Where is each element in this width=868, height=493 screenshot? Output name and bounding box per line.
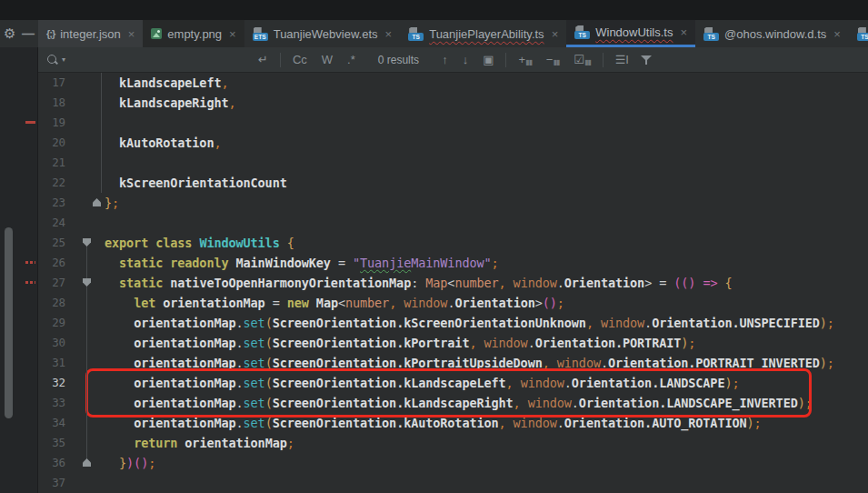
line-number[interactable]: 32 — [38, 373, 65, 393]
code-editor[interactable]: 17 kLandscapeLeft,18 kLandscapeRight,192… — [38, 73, 868, 493]
line-number[interactable]: 22 — [38, 173, 65, 193]
line-number[interactable]: 19 — [38, 113, 65, 133]
line-number[interactable]: 31 — [38, 353, 65, 373]
regex-button[interactable]: .* — [344, 52, 358, 67]
hide-tabs-icon[interactable]: — — [22, 26, 35, 41]
tab-bar-controls: ⚙ — — [0, 20, 38, 47]
code-line-21: 21 — [38, 153, 868, 173]
tab-TuanjieMainWorker.ts[interactable]: TSTuanjieMainWorker.ts — [849, 20, 868, 47]
line-number[interactable]: 35 — [38, 433, 65, 453]
line-number[interactable]: 24 — [38, 213, 65, 233]
close-icon[interactable]: × — [552, 27, 559, 41]
match-case-button[interactable]: Cc — [290, 52, 310, 67]
code-line-36: 36 })(); — [38, 453, 868, 473]
line-number[interactable]: 33 — [38, 393, 65, 413]
left-scrollbar-thumb[interactable] — [5, 227, 13, 418]
code-line-30: 30 orientationMap.set(ScreenOrientation.… — [38, 333, 868, 353]
tab-TuanjiePlayerAbility.ts[interactable]: TSTuanjiePlayerAbility.ts× — [400, 20, 566, 47]
ide-window: ⚙ — {;}integer.json×empty.png×ETSTuanjie… — [0, 0, 868, 493]
indent-guide — [86, 245, 87, 461]
code-text[interactable]: })(); — [105, 456, 155, 470]
tab-label: integer.json — [60, 27, 121, 41]
line-number[interactable]: 34 — [38, 413, 65, 433]
close-icon[interactable]: × — [229, 27, 236, 41]
code-text[interactable]: orientationMap.set(ScreenOrientation.kPo… — [105, 336, 695, 350]
line-number[interactable]: 30 — [38, 333, 65, 353]
line-number[interactable]: 27 — [38, 273, 65, 293]
close-icon[interactable]: × — [680, 25, 687, 39]
add-occurrence-icon[interactable]: +▮▮ — [515, 52, 534, 67]
code-line-34: 34 orientationMap.set(ScreenOrientation.… — [38, 413, 868, 433]
code-text[interactable]: static nativeToOpenHarmonyOrientationMap… — [105, 276, 733, 290]
code-text[interactable]: }; — [105, 196, 119, 210]
results-count: 0 results — [367, 54, 430, 66]
find-all-icon[interactable]: ▣ — [480, 52, 496, 67]
change-marker — [25, 121, 35, 124]
json-file-icon: {;} — [46, 28, 55, 39]
search-input[interactable] — [75, 50, 246, 70]
line-number[interactable]: 25 — [38, 233, 65, 253]
code-line-25: 25export class WindowUtils { — [38, 233, 868, 253]
select-all-occurrences-icon[interactable]: ☑▮▮ — [571, 52, 593, 67]
code-text[interactable]: kLandscapeRight, — [105, 96, 236, 110]
code-text[interactable]: kLandscapeLeft, — [105, 75, 228, 90]
tab-label: TuanjiePlayerAbility.ts — [429, 27, 544, 41]
remove-occurrence-icon[interactable]: −▮▮ — [544, 52, 562, 67]
search-icon[interactable] — [47, 55, 58, 65]
code-text[interactable]: kScreenOrientationCount — [105, 176, 287, 190]
line-number[interactable]: 29 — [38, 313, 65, 333]
ts-file-icon: TS — [574, 25, 590, 39]
multiline-search-icon[interactable]: ↵ — [255, 52, 271, 67]
search-history-caret-icon[interactable]: ▾ — [62, 55, 65, 64]
ts-file-icon: TS — [703, 27, 719, 41]
code-text[interactable]: orientationMap.set(ScreenOrientation.kAu… — [105, 416, 762, 430]
find-bar: ▾ ↵ Cc W .* 0 results ↑ ↓ ▣ +▮▮ −▮▮ ☑▮▮ … — [38, 47, 868, 73]
line-number[interactable]: 20 — [38, 133, 65, 153]
tab-@ohos.window.d.ts[interactable]: TS@ohos.window.d.ts× — [695, 20, 849, 47]
tab-label: @ohos.window.d.ts — [724, 27, 826, 41]
line-number[interactable]: 28 — [38, 293, 65, 313]
line-number[interactable]: 26 — [38, 253, 65, 273]
tab-integer.json[interactable]: {;}integer.json× — [38, 20, 143, 47]
code-text[interactable]: static readonly MainWindowKey = "Tuanjie… — [105, 256, 499, 270]
ts-file-icon: TS — [857, 27, 868, 41]
code-line-37: 37 — [38, 473, 868, 493]
divider — [505, 53, 506, 67]
code-text[interactable]: let orientationMap = new Map<number, win… — [105, 296, 564, 310]
code-line-28: 28 let orientationMap = new Map<number, … — [38, 293, 868, 313]
code-text[interactable]: orientationMap.set(ScreenOrientation.kLa… — [105, 376, 739, 390]
divider — [603, 53, 604, 67]
code-line-33: 33 orientationMap.set(ScreenOrientation.… — [38, 393, 868, 413]
close-icon[interactable]: × — [385, 27, 393, 41]
line-number[interactable]: 17 — [38, 73, 65, 93]
selection-bars-icon: ▮▮ — [553, 58, 559, 66]
close-icon[interactable]: × — [833, 27, 841, 41]
tab-WindowUtils.ts[interactable]: TSWindowUtils.ts× — [566, 20, 695, 47]
tab-TuanjieWebview.ets[interactable]: ETSTuanjieWebview.ets× — [244, 20, 401, 47]
filter-icon[interactable] — [641, 55, 653, 65]
line-number[interactable]: 21 — [38, 153, 65, 173]
code-text[interactable]: return orientationMap; — [105, 436, 294, 450]
close-icon[interactable]: × — [128, 27, 135, 41]
code-text[interactable]: kAutoRotation, — [105, 136, 221, 150]
tab-empty.png[interactable]: empty.png× — [143, 20, 244, 47]
code-text[interactable]: orientationMap.set(ScreenOrientation.kSc… — [105, 316, 834, 330]
selection-bars-icon: ▮▮ — [584, 58, 591, 66]
search-in-selection-icon[interactable]: ☰I — [613, 52, 632, 67]
code-line-26: 26 static readonly MainWindowKey = "Tuan… — [38, 253, 868, 273]
line-number[interactable]: 37 — [38, 473, 65, 493]
code-line-29: 29 orientationMap.set(ScreenOrientation.… — [38, 313, 868, 333]
line-number[interactable]: 23 — [38, 193, 65, 213]
line-number[interactable]: 18 — [38, 93, 65, 113]
indent-guide — [101, 73, 102, 193]
whole-words-button[interactable]: W — [319, 52, 335, 67]
code-text[interactable]: orientationMap.set(ScreenOrientation.kPo… — [105, 356, 834, 370]
gear-icon[interactable]: ⚙ — [4, 25, 15, 42]
code-text[interactable]: export class WindowUtils { — [105, 236, 294, 250]
line-number[interactable]: 36 — [38, 453, 65, 473]
code-text[interactable]: orientationMap.set(ScreenOrientation.kLa… — [105, 396, 813, 410]
code-line-24: 24 — [38, 213, 868, 233]
previous-occurrence-icon[interactable]: ↑ — [439, 52, 451, 67]
code-line-18: 18 kLandscapeRight, — [38, 93, 868, 113]
next-occurrence-icon[interactable]: ↓ — [460, 52, 472, 67]
